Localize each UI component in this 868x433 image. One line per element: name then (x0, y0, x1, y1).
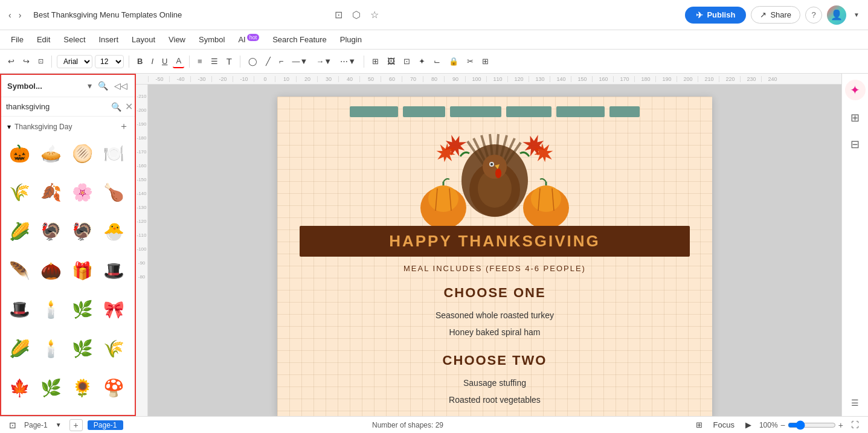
redo-button[interactable]: ↪ (20, 55, 33, 68)
arrow-style-button[interactable]: →▼ (313, 55, 335, 68)
symbol-mushroom[interactable]: 🍄 (101, 374, 127, 401)
symbol-candle2[interactable]: 🕯️ (37, 336, 64, 362)
symbol-acorn[interactable]: 🌰 (37, 257, 64, 284)
search-clear-button[interactable]: ✕ (125, 101, 133, 112)
external-link-button[interactable]: ⬡ (350, 7, 363, 23)
menu-edit[interactable]: Edit (31, 33, 56, 47)
menu-layout[interactable]: Layout (126, 33, 161, 47)
symbol-sunflower[interactable]: 🌻 (69, 374, 96, 401)
page-dropdown-button[interactable]: ▼ (53, 420, 65, 430)
symbol-pink-card[interactable]: 🎀 (101, 297, 127, 323)
symbol-twig[interactable]: 🌿 (37, 374, 64, 401)
panel-search-button[interactable]: 🔍 (97, 80, 109, 92)
menu-file[interactable]: File (5, 33, 30, 47)
symbol-fence[interactable]: 🌿 (69, 297, 96, 323)
symbol-bread[interactable]: 🫓 (69, 140, 96, 167)
shape-tool-button[interactable]: ◯ (245, 55, 260, 68)
history-button[interactable]: ⊡ (35, 56, 47, 67)
font-family-select[interactable]: Arial (57, 55, 92, 68)
menu-insert[interactable]: Insert (93, 33, 125, 47)
image-button[interactable]: 🖼 (384, 55, 398, 68)
effects-button[interactable]: ✦ (416, 55, 428, 68)
menu-select[interactable]: Select (57, 33, 91, 47)
star-button[interactable]: ☆ (368, 7, 381, 23)
tab-icon-button[interactable]: ⊡ (332, 7, 345, 23)
zoom-out-button[interactable]: − (780, 420, 785, 430)
symbol-turkey-sitting[interactable]: 🦃 (37, 218, 64, 245)
canvas-document[interactable]: HAPPY THANKSGIVING MEAL INCLUDES (FEEDS … (277, 97, 712, 416)
play-button[interactable]: ▶ (742, 419, 754, 431)
symbol-chick[interactable]: 🐣 (101, 218, 127, 245)
symbol-flowers[interactable]: 🌸 (69, 179, 96, 206)
symbol-plate[interactable]: 🍽️ (101, 140, 127, 167)
zoom-in-button[interactable]: + (838, 420, 843, 430)
menu-view[interactable]: View (162, 33, 191, 47)
symbol-wheat[interactable]: 🌾 (6, 179, 33, 206)
line-tool-button[interactable]: ╱ (263, 55, 274, 68)
lock-button[interactable]: 🔒 (446, 55, 461, 68)
symbol-leaves[interactable]: 🍂 (37, 179, 64, 206)
text-tool-button[interactable]: T (223, 54, 235, 68)
menu-symbol[interactable]: Symbol (193, 33, 231, 47)
path-button[interactable]: ⌙ (431, 55, 443, 68)
extra-tool-1[interactable]: ⋯▼ (337, 55, 359, 68)
layers-button[interactable]: ⊞ (693, 419, 706, 431)
category-header[interactable]: ▾ Thanksgiving Day ＋ (1, 117, 135, 136)
help-button[interactable]: ? (805, 7, 822, 24)
active-page-tab[interactable]: Page-1 (88, 420, 123, 430)
symbol-corn[interactable]: 🌽 (6, 218, 33, 245)
symbol-turkey-standing[interactable]: 🦃 (69, 218, 96, 245)
align-center-button[interactable]: ☰ (208, 55, 221, 68)
publish-button[interactable]: ✈ Publish (685, 7, 746, 24)
symbol-turkey-leg[interactable]: 🍗 (101, 179, 127, 206)
page-icon-button[interactable]: ⊡ (6, 419, 19, 432)
category-add-button[interactable]: ＋ (119, 120, 129, 133)
symbol-pumpkin[interactable]: 🎃 (6, 140, 33, 167)
crop-button[interactable]: ⊡ (400, 55, 413, 68)
back-button[interactable]: ‹ (6, 8, 14, 22)
symbol-bundle[interactable]: 🌾 (101, 336, 127, 362)
canvas-container[interactable]: -210 -200 -190 -180 -170 -160 -150 -140 … (136, 85, 841, 416)
add-page-button[interactable]: + (69, 419, 83, 431)
line-style-button[interactable]: —▼ (289, 55, 310, 68)
magic-tool-button[interactable]: ✦ (847, 80, 863, 100)
font-color-button[interactable]: A (173, 54, 184, 68)
symbol-search-input[interactable] (6, 102, 108, 111)
zoom-slider[interactable] (788, 420, 836, 430)
italic-button[interactable]: I (148, 55, 156, 68)
share-button[interactable]: ↗ Share (751, 6, 800, 24)
grid-view-button[interactable]: ⊞ (848, 109, 862, 127)
symbol-pie[interactable]: 🥧 (37, 140, 64, 167)
align-left-button[interactable]: ≡ (194, 55, 205, 68)
table-button[interactable]: ⊞ (369, 55, 382, 68)
fullscreen-button[interactable]: ⛶ (848, 419, 862, 431)
underline-button[interactable]: U (159, 55, 170, 68)
symbol-headdress[interactable]: 🪶 (6, 257, 33, 284)
search-submit-button[interactable]: 🔍 (111, 102, 121, 112)
symbol-top-hat[interactable]: 🎩 (101, 257, 127, 284)
connector-tool-button[interactable]: ⌐ (276, 55, 287, 68)
panel-dropdown-button[interactable]: ▾ (86, 80, 93, 92)
symbol-box[interactable]: 🎁 (69, 257, 96, 284)
bottom-right-icon[interactable]: ☰ (849, 396, 861, 410)
menu-ai[interactable]: AIhot (232, 32, 265, 47)
user-avatar-button[interactable]: 👤 (827, 5, 846, 25)
layout-button[interactable]: ⊟ (848, 135, 862, 153)
undo-button[interactable]: ↩ (5, 55, 18, 68)
font-size-select[interactable]: 12 (95, 55, 124, 68)
symbol-candles[interactable]: 🕯️ (37, 297, 64, 323)
symbol-maple-leaf[interactable]: 🍁 (6, 374, 33, 401)
symbol-corn2[interactable]: 🌽 (6, 336, 33, 362)
bold-button[interactable]: B (134, 55, 146, 68)
symbol-grass[interactable]: 🌿 (69, 336, 96, 362)
ruler-mark: 20 (296, 76, 317, 82)
menu-plugin[interactable]: Plugin (334, 33, 368, 47)
profile-dropdown-button[interactable]: ▼ (851, 9, 862, 21)
menu-search-feature[interactable]: Search Feature (266, 33, 333, 47)
forward-button[interactable]: › (16, 8, 24, 22)
panel-collapse-button[interactable]: ◁◁ (113, 80, 129, 92)
grid-button[interactable]: ⊞ (479, 55, 492, 68)
symbol-pilgrim-hat[interactable]: 🎩 (6, 297, 33, 323)
cut-button[interactable]: ✂ (464, 55, 477, 68)
focus-button[interactable]: Focus (710, 419, 738, 431)
